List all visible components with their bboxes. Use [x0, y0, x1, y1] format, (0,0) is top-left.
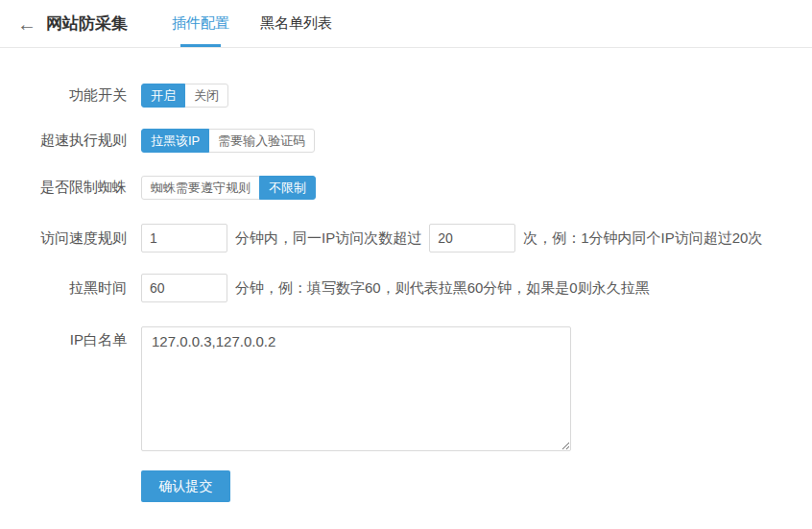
speed-rule-minutes-input[interactable]	[141, 224, 227, 252]
feature-on-button[interactable]: 开启	[141, 84, 185, 108]
feature-switch-row: 功能开关 开启 关闭	[0, 84, 812, 108]
plugin-config-form: 功能开关 开启 关闭 超速执行规则 拉黑该IP 需要输入验证码 是否限制蜘蛛 蜘…	[0, 84, 812, 502]
ip-whitelist-label: IP白名单	[0, 326, 127, 349]
back-arrow-icon[interactable]: ←	[17, 14, 40, 34]
block-time-suffix-text: 分钟，例：填写数字60，则代表拉黑60分钟，如果是0则永久拉黑	[235, 279, 650, 298]
tab-bar: 插件配置 黑名单列表	[141, 0, 332, 47]
require-captcha-button[interactable]: 需要输入验证码	[208, 129, 315, 153]
ip-whitelist-textarea[interactable]: 127.0.0.3,127.0.0.2	[141, 326, 571, 451]
feature-switch-label: 功能开关	[0, 86, 127, 105]
page-title: 网站防采集	[46, 12, 128, 35]
speed-rule-count-input[interactable]	[429, 224, 515, 252]
overspeed-rule-toggle: 拉黑该IP 需要输入验证码	[141, 129, 315, 153]
speed-rule-middle-text: 分钟内，同一IP访问次数超过	[235, 229, 421, 248]
confirm-submit-button[interactable]: 确认提交	[141, 470, 230, 502]
spider-obey-rules-button[interactable]: 蜘蛛需要遵守规则	[141, 176, 260, 200]
spider-limit-row: 是否限制蜘蛛 蜘蛛需要遵守规则 不限制	[0, 176, 812, 200]
block-time-row: 拉黑时间 分钟，例：填写数字60，则代表拉黑60分钟，如果是0则永久拉黑	[0, 274, 812, 302]
block-time-input[interactable]	[141, 274, 227, 302]
submit-row: 确认提交	[0, 470, 812, 502]
spider-limit-label: 是否限制蜘蛛	[0, 179, 127, 197]
tab-blacklist[interactable]: 黑名单列表	[260, 0, 332, 47]
feature-switch-toggle: 开启 关闭	[141, 84, 228, 108]
speed-rule-row: 访问速度规则 分钟内，同一IP访问次数超过 次，例：1分钟内同个IP访问超过20…	[0, 224, 812, 252]
spider-no-limit-button[interactable]: 不限制	[259, 176, 316, 200]
block-ip-button[interactable]: 拉黑该IP	[141, 129, 209, 153]
page-header: ← 网站防采集 插件配置 黑名单列表	[0, 0, 812, 48]
speed-rule-label: 访问速度规则	[0, 229, 127, 248]
tab-plugin-config[interactable]: 插件配置	[172, 0, 229, 47]
overspeed-rule-row: 超速执行规则 拉黑该IP 需要输入验证码	[0, 129, 812, 153]
spider-limit-toggle: 蜘蛛需要遵守规则 不限制	[141, 176, 316, 200]
ip-whitelist-row: IP白名单 127.0.0.3,127.0.0.2	[0, 326, 812, 451]
overspeed-rule-label: 超速执行规则	[0, 132, 127, 150]
feature-off-button[interactable]: 关闭	[184, 84, 228, 108]
speed-rule-suffix-text: 次，例：1分钟内同个IP访问超过20次	[523, 229, 762, 248]
block-time-label: 拉黑时间	[0, 279, 127, 298]
